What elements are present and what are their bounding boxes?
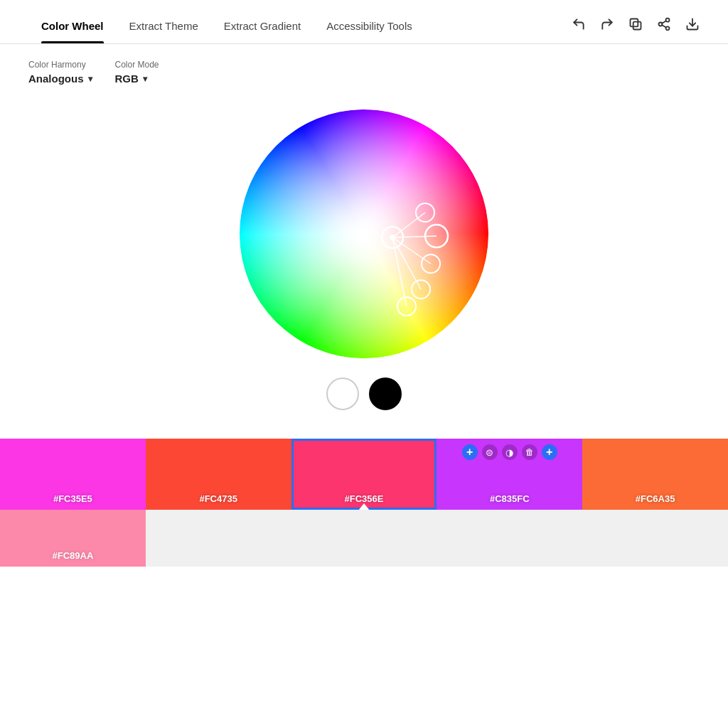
harmony-chevron: ▾ bbox=[88, 74, 92, 84]
hex-2: #FC4735 bbox=[199, 493, 237, 504]
nav-tabs: Color Wheel Extract Theme Extract Gradie… bbox=[28, 13, 572, 43]
palette-sub-cell-2[interactable] bbox=[146, 510, 291, 567]
hex-1: #FC35E5 bbox=[53, 493, 92, 504]
tab-extract-theme[interactable]: Extract Theme bbox=[117, 13, 211, 43]
adjust-icon[interactable]: ⊜ bbox=[482, 444, 498, 460]
harmony-label: Color Harmony bbox=[28, 60, 92, 70]
mode-control: Color Mode RGB ▾ bbox=[115, 60, 159, 85]
svg-rect-1 bbox=[633, 21, 641, 29]
color-selectors bbox=[326, 378, 402, 410]
palette-cell-5[interactable]: #FC6A35 bbox=[582, 439, 728, 510]
palette-main-row: #FC35E5 #FC4735 #FC356E bbox=[0, 439, 728, 510]
add-right-icon[interactable]: + bbox=[542, 444, 557, 460]
palette-cell-3[interactable]: #FC356E bbox=[291, 439, 437, 510]
tab-extract-gradient[interactable]: Extract Gradient bbox=[211, 13, 314, 43]
hex-5: #FC6A35 bbox=[636, 493, 675, 504]
harmony-value: Analogous bbox=[28, 73, 84, 85]
palette-sub-cell-4[interactable] bbox=[437, 510, 582, 567]
mode-value: RGB bbox=[115, 73, 139, 85]
tab-accessibility-tools[interactable]: Accessibility Tools bbox=[314, 13, 425, 43]
trash-icon[interactable]: 🗑 bbox=[522, 444, 537, 460]
undo-icon[interactable] bbox=[572, 17, 586, 31]
controls-row: Color Harmony Analogous ▾ Color Mode RGB… bbox=[0, 44, 728, 92]
share-icon[interactable] bbox=[657, 17, 671, 31]
mode-select[interactable]: RGB ▾ bbox=[115, 73, 159, 85]
palette-cell-1[interactable]: #FC35E5 bbox=[0, 439, 146, 510]
black-selector[interactable] bbox=[369, 378, 402, 410]
palette-sub-cell-5[interactable] bbox=[582, 510, 728, 567]
harmony-select[interactable]: Analogous ▾ bbox=[28, 73, 92, 85]
toolbar-icons bbox=[572, 17, 700, 40]
svg-rect-0 bbox=[631, 18, 638, 26]
redo-icon[interactable] bbox=[600, 17, 614, 31]
harmony-control: Color Harmony Analogous ▾ bbox=[28, 60, 92, 85]
palette-sub-cell-1[interactable]: #FC89AA bbox=[0, 510, 146, 567]
color-wheel[interactable] bbox=[236, 106, 492, 365]
contrast-icon[interactable]: ◑ bbox=[502, 444, 518, 460]
hex-3: #FC356E bbox=[345, 493, 384, 504]
palette-sub-cell-3[interactable] bbox=[291, 510, 437, 567]
mode-label: Color Mode bbox=[115, 60, 159, 70]
tab-color-wheel[interactable]: Color Wheel bbox=[28, 13, 117, 43]
palette-cell-2[interactable]: #FC4735 bbox=[146, 439, 291, 510]
svg-line-6 bbox=[662, 21, 666, 23]
palette-cell-4[interactable]: + ⊜ ◑ 🗑 + #C835FC bbox=[437, 439, 582, 510]
app-header: Color Wheel Extract Theme Extract Gradie… bbox=[0, 0, 728, 44]
white-selector[interactable] bbox=[326, 378, 359, 410]
palette-sub-row: #FC89AA bbox=[0, 510, 728, 567]
add-left-icon[interactable]: + bbox=[462, 444, 478, 460]
mode-chevron: ▾ bbox=[143, 74, 147, 84]
sub-hex-1: #FC89AA bbox=[53, 550, 94, 561]
svg-line-5 bbox=[662, 25, 666, 27]
wheel-area bbox=[0, 92, 728, 417]
hex-4: #C835FC bbox=[490, 493, 530, 504]
svg-point-15 bbox=[390, 235, 395, 240]
download-icon[interactable] bbox=[685, 17, 700, 31]
palette-section: #FC35E5 #FC4735 #FC356E bbox=[0, 439, 728, 567]
copy-icon[interactable] bbox=[628, 17, 643, 31]
